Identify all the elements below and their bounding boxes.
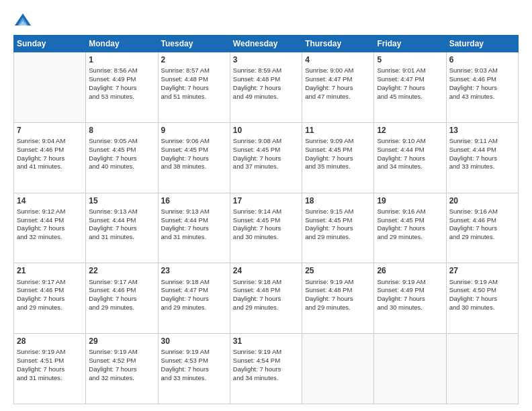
calendar-header: SundayMondayTuesdayWednesdayThursdayFrid… <box>14 36 519 52</box>
day-cell: 7Sunrise: 9:04 AM Sunset: 4:46 PM Daylig… <box>14 122 86 193</box>
weekday-friday: Friday <box>374 36 446 52</box>
day-cell: 1Sunrise: 8:56 AM Sunset: 4:49 PM Daylig… <box>86 52 158 123</box>
day-cell: 29Sunrise: 9:19 AM Sunset: 4:52 PM Dayli… <box>86 334 158 404</box>
day-cell: 14Sunrise: 9:12 AM Sunset: 4:44 PM Dayli… <box>14 193 86 263</box>
weekday-saturday: Saturday <box>446 36 518 52</box>
day-number: 25 <box>305 265 371 276</box>
day-number: 13 <box>449 125 515 136</box>
day-cell: 10Sunrise: 9:08 AM Sunset: 4:45 PM Dayli… <box>230 122 302 193</box>
calendar-body: 1Sunrise: 8:56 AM Sunset: 4:49 PM Daylig… <box>14 52 519 404</box>
day-number: 15 <box>89 195 154 206</box>
weekday-sunday: Sunday <box>14 36 86 52</box>
day-cell: 9Sunrise: 9:06 AM Sunset: 4:45 PM Daylig… <box>158 122 230 193</box>
day-cell: 23Sunrise: 9:18 AM Sunset: 4:47 PM Dayli… <box>158 263 230 334</box>
day-number: 19 <box>377 195 443 206</box>
day-number: 30 <box>161 336 227 347</box>
day-info: Sunrise: 9:19 AM Sunset: 4:50 PM Dayligh… <box>449 278 515 312</box>
day-number: 20 <box>449 195 515 206</box>
day-info: Sunrise: 9:19 AM Sunset: 4:52 PM Dayligh… <box>89 348 154 382</box>
day-cell <box>374 334 446 404</box>
day-number: 28 <box>17 336 83 347</box>
day-cell: 15Sunrise: 9:13 AM Sunset: 4:44 PM Dayli… <box>86 193 158 263</box>
day-number: 18 <box>305 195 371 206</box>
day-cell: 19Sunrise: 9:16 AM Sunset: 4:45 PM Dayli… <box>374 193 446 263</box>
day-info: Sunrise: 9:08 AM Sunset: 4:45 PM Dayligh… <box>233 137 299 171</box>
day-info: Sunrise: 9:19 AM Sunset: 4:54 PM Dayligh… <box>233 348 299 382</box>
day-cell: 16Sunrise: 9:13 AM Sunset: 4:44 PM Dayli… <box>158 193 230 263</box>
day-cell: 11Sunrise: 9:09 AM Sunset: 4:45 PM Dayli… <box>302 122 374 193</box>
day-cell: 26Sunrise: 9:19 AM Sunset: 4:49 PM Dayli… <box>374 263 446 334</box>
day-cell: 17Sunrise: 9:14 AM Sunset: 4:45 PM Dayli… <box>230 193 302 263</box>
day-number: 14 <box>17 195 83 206</box>
week-row-3: 21Sunrise: 9:17 AM Sunset: 4:46 PM Dayli… <box>14 263 519 334</box>
day-cell: 30Sunrise: 9:19 AM Sunset: 4:53 PM Dayli… <box>158 334 230 404</box>
day-number: 23 <box>161 265 227 276</box>
weekday-tuesday: Tuesday <box>158 36 230 52</box>
weekday-header-row: SundayMondayTuesdayWednesdayThursdayFrid… <box>14 36 519 52</box>
day-info: Sunrise: 9:00 AM Sunset: 4:47 PM Dayligh… <box>305 66 371 101</box>
day-cell: 27Sunrise: 9:19 AM Sunset: 4:50 PM Dayli… <box>446 263 518 334</box>
day-info: Sunrise: 9:17 AM Sunset: 4:46 PM Dayligh… <box>17 278 83 312</box>
day-cell: 5Sunrise: 9:01 AM Sunset: 4:47 PM Daylig… <box>374 52 446 123</box>
day-number: 2 <box>161 54 227 65</box>
weekday-thursday: Thursday <box>302 36 374 52</box>
day-number: 31 <box>233 336 299 347</box>
day-info: Sunrise: 9:13 AM Sunset: 4:44 PM Dayligh… <box>161 208 227 242</box>
weekday-monday: Monday <box>86 36 158 52</box>
day-number: 5 <box>377 54 443 65</box>
day-number: 10 <box>233 125 299 136</box>
day-info: Sunrise: 9:16 AM Sunset: 4:46 PM Dayligh… <box>449 208 515 242</box>
day-cell: 8Sunrise: 9:05 AM Sunset: 4:45 PM Daylig… <box>86 122 158 193</box>
day-info: Sunrise: 9:05 AM Sunset: 4:45 PM Dayligh… <box>89 137 154 171</box>
day-number: 29 <box>89 336 154 347</box>
day-cell <box>302 334 374 404</box>
day-cell: 21Sunrise: 9:17 AM Sunset: 4:46 PM Dayli… <box>14 263 86 334</box>
day-cell: 25Sunrise: 9:19 AM Sunset: 4:48 PM Dayli… <box>302 263 374 334</box>
day-number: 17 <box>233 195 299 206</box>
day-number: 22 <box>89 265 154 276</box>
day-info: Sunrise: 9:13 AM Sunset: 4:44 PM Dayligh… <box>89 208 154 242</box>
day-info: Sunrise: 9:19 AM Sunset: 4:51 PM Dayligh… <box>17 348 83 382</box>
day-cell: 22Sunrise: 9:17 AM Sunset: 4:46 PM Dayli… <box>86 263 158 334</box>
day-number: 1 <box>89 54 154 65</box>
day-info: Sunrise: 9:03 AM Sunset: 4:46 PM Dayligh… <box>449 66 515 101</box>
day-info: Sunrise: 9:15 AM Sunset: 4:45 PM Dayligh… <box>305 208 371 242</box>
day-number: 7 <box>17 125 83 136</box>
week-row-1: 7Sunrise: 9:04 AM Sunset: 4:46 PM Daylig… <box>14 122 519 193</box>
day-info: Sunrise: 8:56 AM Sunset: 4:49 PM Dayligh… <box>89 66 154 101</box>
day-cell: 12Sunrise: 9:10 AM Sunset: 4:44 PM Dayli… <box>374 122 446 193</box>
day-number: 3 <box>233 54 299 65</box>
day-cell: 4Sunrise: 9:00 AM Sunset: 4:47 PM Daylig… <box>302 52 374 123</box>
day-number: 27 <box>449 265 515 276</box>
day-info: Sunrise: 9:19 AM Sunset: 4:53 PM Dayligh… <box>161 348 227 382</box>
day-info: Sunrise: 9:04 AM Sunset: 4:46 PM Dayligh… <box>17 137 83 171</box>
day-info: Sunrise: 9:18 AM Sunset: 4:48 PM Dayligh… <box>233 278 299 312</box>
day-number: 24 <box>233 265 299 276</box>
day-number: 26 <box>377 265 443 276</box>
week-row-0: 1Sunrise: 8:56 AM Sunset: 4:49 PM Daylig… <box>14 52 519 123</box>
day-cell: 31Sunrise: 9:19 AM Sunset: 4:54 PM Dayli… <box>230 334 302 404</box>
day-number: 11 <box>305 125 371 136</box>
week-row-4: 28Sunrise: 9:19 AM Sunset: 4:51 PM Dayli… <box>14 334 519 404</box>
day-number: 21 <box>17 265 83 276</box>
calendar: SundayMondayTuesdayWednesdayThursdayFrid… <box>13 35 519 404</box>
day-info: Sunrise: 9:01 AM Sunset: 4:47 PM Dayligh… <box>377 66 443 101</box>
day-info: Sunrise: 9:09 AM Sunset: 4:45 PM Dayligh… <box>305 137 371 171</box>
day-cell: 18Sunrise: 9:15 AM Sunset: 4:45 PM Dayli… <box>302 193 374 263</box>
day-number: 16 <box>161 195 227 206</box>
day-info: Sunrise: 9:17 AM Sunset: 4:46 PM Dayligh… <box>89 278 154 312</box>
week-row-2: 14Sunrise: 9:12 AM Sunset: 4:44 PM Dayli… <box>14 193 519 263</box>
day-cell <box>14 52 86 123</box>
day-info: Sunrise: 8:57 AM Sunset: 4:48 PM Dayligh… <box>161 66 227 101</box>
logo <box>13 11 35 30</box>
weekday-wednesday: Wednesday <box>230 36 302 52</box>
day-info: Sunrise: 9:06 AM Sunset: 4:45 PM Dayligh… <box>161 137 227 171</box>
day-info: Sunrise: 9:10 AM Sunset: 4:44 PM Dayligh… <box>377 137 443 171</box>
day-number: 9 <box>161 125 227 136</box>
day-cell: 13Sunrise: 9:11 AM Sunset: 4:44 PM Dayli… <box>446 122 518 193</box>
day-cell: 2Sunrise: 8:57 AM Sunset: 4:48 PM Daylig… <box>158 52 230 123</box>
logo-icon <box>13 11 32 30</box>
day-info: Sunrise: 9:19 AM Sunset: 4:49 PM Dayligh… <box>377 278 443 312</box>
day-number: 6 <box>449 54 515 65</box>
day-number: 12 <box>377 125 443 136</box>
